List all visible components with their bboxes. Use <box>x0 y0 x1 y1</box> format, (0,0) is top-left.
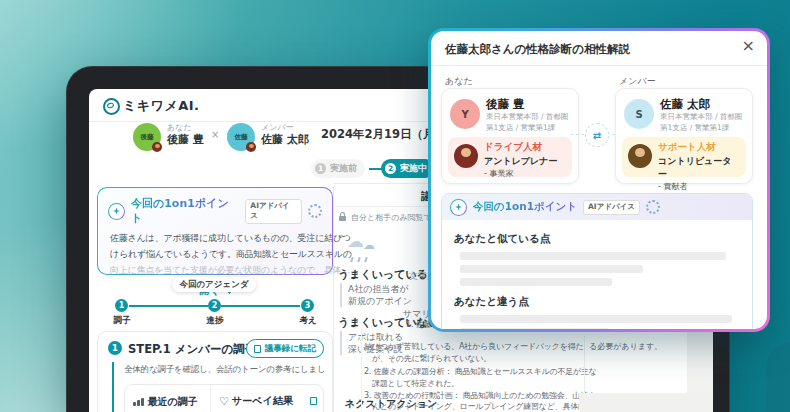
point-text-line: 向上に焦点を当てた支援が必要な状態のようなので、具体… <box>110 264 320 277</box>
member-type-box: サポート人材 コントリビューター - 貢献者 <box>622 137 746 177</box>
point-text-line: 佐藤さんは、アポ獲得に成功しているものの、受注に結びつ <box>110 232 320 245</box>
lock-icon <box>339 216 346 221</box>
modal-point-section: 今回の1on1ポイント AIアドバイス あなたと似ている点 あなたと違う点 <box>441 193 753 332</box>
member-name: 佐藤 太郎 <box>660 97 710 112</box>
open-survey-icon[interactable] <box>310 397 317 405</box>
heart-icon: ♡ <box>219 395 229 408</box>
summary-line: が、その先に繋げられていない。 <box>372 353 491 364</box>
point-card-title: 今回の1on1ポイント <box>131 196 239 226</box>
transfer-to-minutes-button[interactable]: 議事録に転記 <box>246 339 324 358</box>
right-pane-text: る必要があります。 <box>589 341 662 352</box>
step-2-dot[interactable]: 2 <box>208 299 221 312</box>
modal-point-title: 今回の1on1ポイント <box>473 200 577 214</box>
member-org: 東日本営業本部 / 首都圏第1支店 / 営業第1課 <box>660 111 746 134</box>
sparkle-icon <box>108 203 125 220</box>
step-2-label: 進捗 <box>200 315 230 327</box>
member-type-sub: - 貢献者 <box>658 181 740 192</box>
step-3-label: 考え <box>293 315 323 327</box>
member-type-name: コントリビューター <box>658 155 740 181</box>
app-logo: ミキワメAI. <box>123 97 200 115</box>
support-type-illustration <box>628 144 652 168</box>
step1-card: 1 STEP.1 メンバーの調子 議事録に転記 全体的な調子を確認し、会話のトー… <box>97 331 333 412</box>
you-card: Y 後藤 豊 東日本営業本部 / 首都圏第1支店 / 営業第1課 ドライブ人材 … <box>441 88 579 184</box>
rain-cloud-icon: ☁ <box>347 231 364 251</box>
footer-area <box>579 393 713 412</box>
pane-divider <box>361 329 362 412</box>
step-1-dot[interactable]: 1 <box>115 299 128 312</box>
skeleton-bar <box>460 278 612 286</box>
member-name: 佐藤 太郎 <box>261 132 309 147</box>
mood-card: 最近の調子 ♡ サーベイ結果 2023/06/15回答 <box>124 384 324 412</box>
tab-during[interactable]: 2 実施中 <box>381 159 435 178</box>
mikiwame-logo-icon <box>103 98 120 115</box>
agenda-pill: 今回のアジェンダ <box>172 277 256 292</box>
modal-title: 佐藤太郎さんの性格診断の相性解説 <box>445 42 630 57</box>
member-card: S 佐藤 太郎 東日本営業本部 / 首都圏第1支店 / 営業第1課 サポート人材… <box>615 88 753 184</box>
modal-point-header: 今回の1on1ポイント AIアドバイス <box>442 194 752 220</box>
spinner-icon <box>646 200 660 214</box>
skeleton-bar <box>460 328 609 332</box>
point-text-line: けられず悩んでいるようです。商品知識とセールススキルの <box>110 248 320 261</box>
close-icon[interactable]: × <box>742 36 755 55</box>
bar-chart-icon <box>133 398 144 406</box>
you-org: 東日本営業本部 / 首都圏第1支店 / 営業第1課 <box>486 111 572 134</box>
background-shape <box>766 342 790 412</box>
modal-divider <box>431 65 767 66</box>
step1-title: STEP.1 メンバーの調子 <box>128 342 256 357</box>
sparkle-icon <box>450 199 467 216</box>
you-name: 後藤 豊 <box>167 132 204 147</box>
copy-icon <box>254 345 261 353</box>
you-type-box: ドライブ人材 アントレプレナー - 事業家 <box>448 137 572 177</box>
member-label: メンバー <box>619 75 656 88</box>
ai-advice-badge: AIアドバイス <box>583 200 640 215</box>
skeleton-bar <box>460 265 643 273</box>
member-initial-avatar: S <box>624 99 654 129</box>
similar-heading: あなたと似ている点 <box>454 232 740 246</box>
survey-result-label: サーベイ結果 <box>232 394 293 408</box>
you-name: 後藤 豊 <box>486 97 525 112</box>
member-illustration-icon <box>246 142 256 152</box>
step-1-label: 調子 <box>107 315 137 327</box>
compatibility-modal: 佐藤太郎さんの性格診断の相性解説 × あなた メンバー Y 後藤 豊 東日本営業… <box>428 28 770 332</box>
ai-advice-badge: AIアドバイス <box>245 199 302 224</box>
you-illustration-icon <box>152 142 162 152</box>
ai-point-card: 今回の1on1ポイント AIアドバイス 佐藤さんは、アポ獲得に成功しているものの… <box>97 187 333 275</box>
skeleton-bar <box>460 252 726 260</box>
you-avatar: 後藤 <box>133 123 161 151</box>
swap-arrows-icon: ⇄ <box>585 123 609 147</box>
summary-line: 2. 佐藤さんの課題分析： 商品知識とセールススキルの不足が主な <box>364 366 597 377</box>
member-type-label: サポート人材 <box>658 141 740 154</box>
step-3-dot[interactable]: 3 <box>301 299 314 312</box>
you-label: あなた <box>445 75 473 88</box>
step-line <box>221 305 300 307</box>
going-well-quote: A社の担当者が 新規のアポイン <box>340 283 412 307</box>
you-type-sub: - 事業家 <box>484 168 557 179</box>
step1-description: 全体的な調子を確認し、会話のトーンの参考にしましょう。 <box>124 364 324 376</box>
spinner-icon <box>308 204 322 218</box>
different-heading: あなたと違う点 <box>454 295 740 309</box>
pair-separator: × <box>211 129 219 140</box>
member-avatar: 佐藤 <box>227 123 255 151</box>
skeleton-bar <box>460 315 732 323</box>
rain-cloud-icon: ☁ <box>363 238 375 252</box>
tab-before[interactable]: 1 実施前 <box>311 159 365 178</box>
step1-number: 1 <box>108 341 122 355</box>
summary-line: 3. 改善のための行動計画： 商品知識向上のための勉強会、山崎さ <box>364 390 596 401</box>
step-line <box>129 305 208 307</box>
you-type-label: ドライブ人材 <box>484 141 557 154</box>
column-divider <box>333 187 334 412</box>
summary-line: 結びつかず苦戦している。A社から良いフィードバックを得た <box>364 341 583 352</box>
right-pane-divider <box>584 336 585 393</box>
you-initial-avatar: Y <box>450 99 480 129</box>
drive-type-illustration <box>454 144 478 168</box>
you-type-name: アントレプレナー <box>484 155 557 168</box>
summary-line: 課題として特定された。 <box>372 378 459 389</box>
recent-mood-label: 最近の調子 <box>148 395 198 409</box>
